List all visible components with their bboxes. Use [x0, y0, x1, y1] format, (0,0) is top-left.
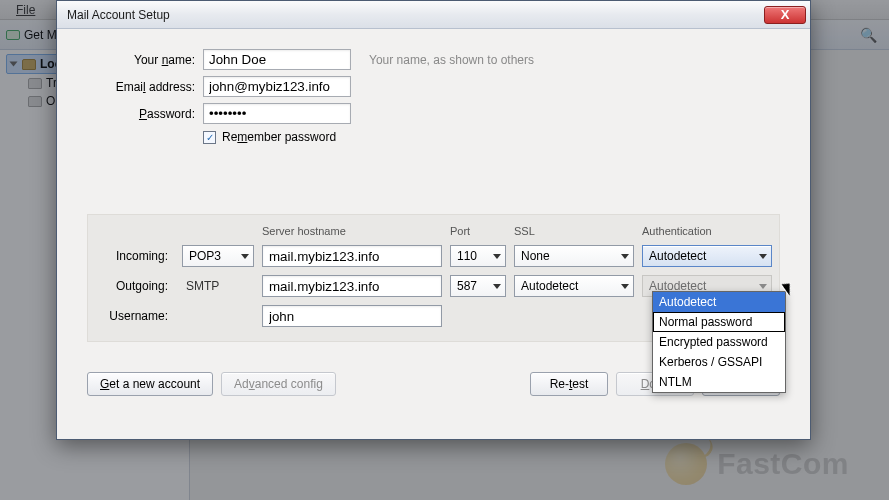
outgoing-label: Outgoing: — [98, 279, 174, 293]
outgoing-host-input[interactable] — [262, 275, 442, 297]
hdr-auth: Authentication — [642, 225, 772, 237]
incoming-ssl-select[interactable]: None — [514, 245, 634, 267]
get-new-account-button[interactable]: Get a new account — [87, 372, 213, 396]
auth-option-kerberos[interactable]: Kerberos / GSSAPI — [653, 352, 785, 372]
auth-option-normal-password[interactable]: Normal password — [653, 312, 785, 332]
email-label: Email address: — [87, 80, 203, 94]
chevron-down-icon — [493, 284, 501, 289]
incoming-host-input[interactable] — [262, 245, 442, 267]
email-input[interactable] — [203, 76, 351, 97]
password-label: Password: — [87, 107, 203, 121]
auth-option-autodetect[interactable]: Autodetect — [653, 292, 785, 312]
auth-option-encrypted-password[interactable]: Encrypted password — [653, 332, 785, 352]
remember-password-checkbox[interactable]: ✓ Remember password — [203, 130, 780, 144]
advanced-config-button[interactable]: Advanced config — [221, 372, 336, 396]
username-input[interactable] — [262, 305, 442, 327]
close-icon: X — [781, 8, 790, 21]
mail-account-setup-dialog: Mail Account Setup X Your name: Your nam… — [56, 0, 811, 440]
outgoing-protocol: SMTP — [182, 279, 254, 293]
chevron-down-icon — [621, 254, 629, 259]
hdr-port: Port — [450, 225, 506, 237]
incoming-auth-select[interactable]: Autodetect — [642, 245, 772, 267]
chevron-down-icon — [241, 254, 249, 259]
incoming-label: Incoming: — [98, 249, 174, 263]
chevron-down-icon — [621, 284, 629, 289]
dialog-titlebar[interactable]: Mail Account Setup X — [57, 1, 810, 29]
remember-password-label: Remember password — [222, 130, 336, 144]
chevron-down-icon — [759, 254, 767, 259]
hdr-server: Server hostname — [262, 225, 442, 237]
incoming-protocol-select[interactable]: POP3 — [182, 245, 254, 267]
auth-option-ntlm[interactable]: NTLM — [653, 372, 785, 392]
password-input[interactable] — [203, 103, 351, 124]
auth-dropdown[interactable]: Autodetect Normal password Encrypted pas… — [652, 291, 786, 393]
hdr-ssl: SSL — [514, 225, 634, 237]
incoming-port-select[interactable]: 110 — [450, 245, 506, 267]
retest-button[interactable]: Re-test — [530, 372, 608, 396]
name-hint: Your name, as shown to others — [369, 53, 534, 67]
outgoing-ssl-select[interactable]: Autodetect — [514, 275, 634, 297]
username-label: Username: — [98, 309, 174, 323]
close-button[interactable]: X — [764, 6, 806, 24]
chevron-down-icon — [493, 254, 501, 259]
name-label: Your name: — [87, 53, 203, 67]
name-input[interactable] — [203, 49, 351, 70]
checkbox-icon: ✓ — [203, 131, 216, 144]
outgoing-port-select[interactable]: 587 — [450, 275, 506, 297]
dialog-title: Mail Account Setup — [67, 8, 170, 22]
chevron-down-icon — [759, 284, 767, 289]
